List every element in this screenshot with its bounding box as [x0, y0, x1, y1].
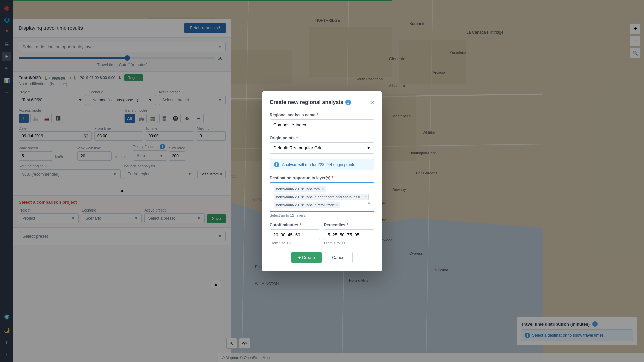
- origin-points-value: Default: Rectangular Grid: [273, 145, 323, 150]
- origin-points-label-container: Origin points *: [270, 136, 374, 140]
- cutoff-percentiles-row: Cutoff minutes * From 5 to 120. Percenti…: [270, 223, 374, 245]
- dest-layers-label: Destination opportunity layer(s): [270, 176, 330, 180]
- tag-2-remove[interactable]: ×: [364, 195, 366, 199]
- cutoff-group: Cutoff minutes * From 5 to 120.: [270, 223, 320, 245]
- percentiles-required: *: [347, 223, 348, 227]
- tag-3-remove[interactable]: ×: [336, 203, 338, 207]
- tag-3-text: lodes-data-2018: Jobs in retail trade: [276, 203, 335, 207]
- destination-layers-field: Destination opportunity layer(s) * lodes…: [270, 176, 374, 217]
- modal-overlay: Create new regional analysis ℹ × Regiona…: [0, 0, 644, 362]
- percentiles-group: Percentiles * From 1 to 99.: [324, 223, 374, 245]
- dest-layers-hint: Select up to 12 layers.: [270, 213, 374, 217]
- dest-required: *: [332, 176, 333, 180]
- tag-2-text: lodes-data-2018: Jobs in healthcare and …: [276, 195, 363, 199]
- origin-info-text: Analysis will run for 223,244 origin poi…: [282, 162, 355, 167]
- percentiles-input[interactable]: [324, 229, 374, 240]
- tags-expand-icon[interactable]: ▼: [367, 201, 371, 206]
- analysis-name-input[interactable]: [270, 119, 374, 130]
- analysis-name-required: *: [317, 113, 318, 117]
- analysis-name-field: Regional analysis name *: [270, 113, 374, 130]
- origin-info-box: ℹ Analysis will run for 223,244 origin p…: [270, 159, 374, 170]
- tag-1-remove[interactable]: ×: [322, 187, 324, 191]
- cutoff-label-container: Cutoff minutes *: [270, 223, 320, 227]
- analysis-name-label: Regional analysis name: [270, 113, 315, 117]
- tag-1-text: lodes-data-2018: Jobs total: [276, 187, 321, 191]
- destination-tags-input[interactable]: lodes-data-2018: Jobs total × lodes-data…: [270, 182, 374, 212]
- tag-1: lodes-data-2018: Jobs total ×: [274, 186, 326, 192]
- modal-title-text: Create new regional analysis: [270, 99, 343, 105]
- tag-3: lodes-data-2018: Jobs in retail trade ×: [274, 202, 340, 208]
- analysis-name-label-container: Regional analysis name *: [270, 113, 374, 117]
- origin-points-label: Origin points: [270, 136, 295, 140]
- create-regional-analysis-modal: Create new regional analysis ℹ × Regiona…: [262, 91, 382, 272]
- modal-close-button[interactable]: ×: [371, 99, 374, 106]
- origin-chevron-icon: ▼: [366, 145, 371, 150]
- percentiles-label: Percentiles: [324, 223, 345, 227]
- cancel-button[interactable]: Cancel: [325, 252, 353, 263]
- percentiles-label-container: Percentiles *: [324, 223, 374, 227]
- origin-points-field: Origin points * Default: Rectangular Gri…: [270, 136, 374, 154]
- cutoff-hint: From 5 to 120.: [270, 241, 320, 245]
- origin-points-select[interactable]: Default: Rectangular Grid ▼: [270, 142, 374, 154]
- origin-required: *: [296, 136, 298, 140]
- modal-actions: + Create Cancel: [270, 252, 374, 263]
- modal-title-info-icon[interactable]: ℹ: [345, 100, 351, 105]
- cutoff-required: *: [300, 223, 301, 227]
- dest-layers-label-container: Destination opportunity layer(s) *: [270, 176, 374, 180]
- cutoff-input[interactable]: [270, 229, 320, 240]
- modal-title-container: Create new regional analysis ℹ: [270, 99, 351, 105]
- create-button[interactable]: + Create: [291, 252, 322, 263]
- modal-header: Create new regional analysis ℹ ×: [270, 99, 374, 106]
- origin-info-badge: ℹ: [274, 162, 279, 167]
- cutoff-label: Cutoff minutes: [270, 223, 298, 227]
- tag-2: lodes-data-2018: Jobs in healthcare and …: [274, 194, 369, 200]
- percentiles-hint: From 1 to 99.: [324, 241, 374, 245]
